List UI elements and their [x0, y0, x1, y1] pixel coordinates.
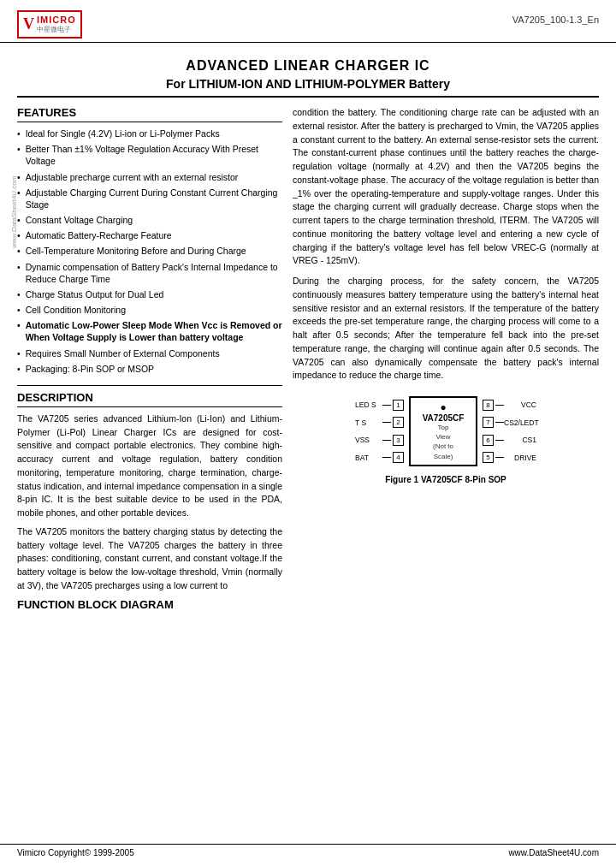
list-item: Ideal for Single (4.2V) Li-ion or Li-Pol… [17, 128, 282, 139]
list-item: Packaging: 8-Pin SOP or MSOP [17, 363, 282, 375]
pin-7-label: CS2/LEDT [504, 418, 536, 427]
pin-5-line [495, 457, 504, 458]
logo-box: V IMICRO 中星微电子 [17, 10, 82, 39]
pin-2-label: T S [355, 418, 382, 427]
pin-5-num: 5 [483, 452, 494, 463]
pin-6: 6 CS1 [481, 431, 536, 448]
ic-left-pins: LED S 1 T S 2 VSS 3 [355, 396, 406, 466]
pin-6-line [495, 440, 504, 441]
pin-4: BAT 4 [355, 449, 406, 466]
pin-8-num: 8 [483, 400, 494, 411]
header: V IMICRO 中星微电子 VA7205_100-1.3_En [0, 0, 616, 43]
logo-chinese: 中星微电子 [37, 25, 76, 34]
pin-7: 7 CS2/LEDT [481, 414, 536, 431]
two-col-layout: FEATURES Ideal for Single (4.2V) Li-ion … [0, 106, 616, 611]
ic-wrapper: LED S 1 T S 2 VSS 3 [355, 396, 536, 466]
pin-6-label: CS1 [504, 436, 536, 444]
pin-3-line [382, 440, 391, 441]
pin-4-label: BAT [355, 454, 382, 462]
pin-5-label: DRIVE [504, 454, 536, 462]
pin-8-line [495, 405, 504, 406]
description-para1: The VA7205 series advanced Lithium-Ion (… [17, 412, 282, 520]
list-item: Better Than ±1% Voltage Regulation Accur… [17, 143, 282, 167]
footer-website: www.DataSheet4U.com [508, 848, 599, 857]
pin-2-num: 2 [393, 417, 404, 428]
pin-1-label: LED S [355, 400, 382, 409]
footer-copyright: Vimicro Copyright© 1999-2005 [17, 848, 134, 857]
logo-name: IMICRO [37, 15, 76, 25]
right-column: condition the battery. The conditioning … [293, 106, 599, 611]
watermark: www.DataSheet4U.com [10, 176, 18, 248]
features-heading: FEATURES [17, 106, 282, 122]
pin-3: VSS 3 [355, 431, 406, 448]
list-item: Automatic Low-Power Sleep Mode When Vcc … [17, 319, 282, 343]
pin-7-num: 7 [483, 417, 494, 428]
ic-chip-body: ● VA7205CF TopView(Not toScale) [409, 396, 477, 466]
list-item: Cell-Temperature Monitoring Before and D… [17, 245, 282, 257]
pin-1-num: 1 [393, 400, 404, 411]
pin-1-line [382, 405, 391, 406]
description-para2: The VA7205 monitors the battery charging… [17, 525, 282, 593]
logo-text: IMICRO 中星微电子 [37, 15, 76, 34]
pin-7-line [495, 422, 504, 423]
sub-title: For LITHIUM-ION AND LITHIUM-POLYMER Batt… [34, 77, 582, 91]
pin-2-line [382, 422, 391, 423]
ic-dot: ● [440, 401, 446, 413]
pin-2: T S 2 [355, 414, 406, 431]
title-area: ADVANCED LINEAR CHARGER IC For LITHIUM-I… [17, 50, 599, 98]
logo-area: V IMICRO 中星微电子 [17, 10, 82, 39]
figure-caption: Figure 1 VA7205CF 8-Pin SOP [385, 475, 506, 484]
right-para2: During the charging process, for the saf… [293, 275, 599, 383]
ic-chip-name: VA7205CF [423, 413, 465, 423]
list-item: Adjustable Charging Current During Const… [17, 187, 282, 211]
list-item: Charge Status Output for Dual Led [17, 288, 282, 300]
ic-chip-view: TopView(Not toScale) [433, 423, 453, 461]
logo-v-letter: V [23, 15, 34, 33]
features-list: Ideal for Single (4.2V) Li-ion or Li-Pol… [17, 128, 282, 375]
page: V IMICRO 中星微电子 VA7205_100-1.3_En ADVANCE… [0, 0, 616, 866]
list-item: Dynamic compensation of Battery Pack's I… [17, 261, 282, 285]
function-block-title: FUNCTION BLOCK DIAGRAM [17, 598, 282, 611]
pin-5: 5 DRIVE [481, 449, 536, 466]
footer: Vimicro Copyright© 1999-2005 www.DataShe… [0, 844, 616, 857]
list-item: Cell Condition Monitoring [17, 304, 282, 316]
description-heading: DESCRIPTION [17, 391, 282, 407]
pin-8: 8 VCC [481, 396, 536, 413]
pin-3-num: 3 [393, 435, 404, 446]
pin-1: LED S 1 [355, 396, 406, 413]
ic-diagram: LED S 1 T S 2 VSS 3 [293, 391, 599, 484]
description-section: DESCRIPTION The VA7205 series advanced L… [17, 385, 282, 611]
pin-8-label: VCC [504, 400, 536, 409]
ic-right-pins: 8 VCC 7 CS2/LEDT 6 CS1 [481, 396, 536, 466]
pin-3-label: VSS [355, 436, 382, 444]
list-item: Adjustable precharge current with an ext… [17, 171, 282, 183]
list-item: Requires Small Number of External Compon… [17, 347, 282, 359]
pin-6-num: 6 [483, 435, 494, 446]
list-item: Automatic Battery-Recharge Feature [17, 229, 282, 241]
pin-4-num: 4 [393, 452, 404, 463]
main-title: ADVANCED LINEAR CHARGER IC [34, 58, 582, 74]
right-para1: condition the battery. The conditioning … [293, 106, 599, 268]
list-item: Constant Voltage Charging [17, 214, 282, 226]
left-column: FEATURES Ideal for Single (4.2V) Li-ion … [17, 106, 282, 611]
pin-4-line [382, 457, 391, 458]
doc-number: VA7205_100-1.3_En [512, 10, 599, 25]
